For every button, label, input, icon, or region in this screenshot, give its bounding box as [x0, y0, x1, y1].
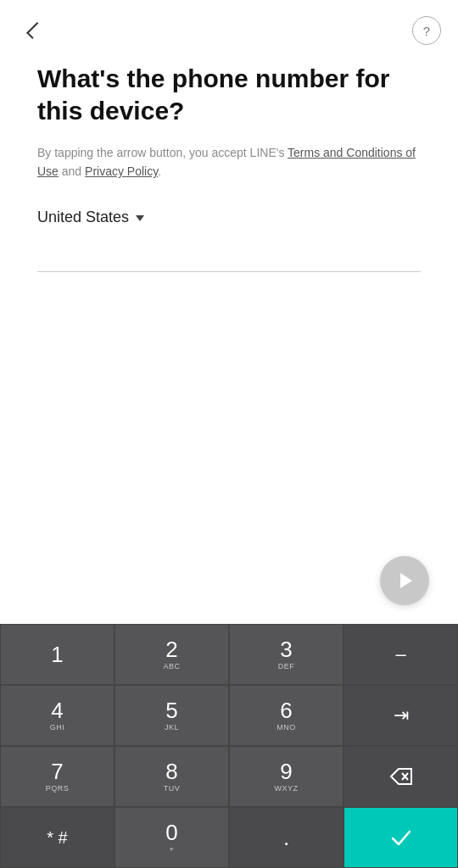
key-tab[interactable]: ⇥ — [344, 685, 458, 746]
main-content: What's the phone number for this device?… — [0, 54, 458, 272]
help-button[interactable]: ? — [412, 16, 441, 45]
key-2[interactable]: 2 ABC — [114, 624, 229, 685]
keyboard-row-2: 4 GHI 5 JKL 6 MNO ⇥ — [0, 685, 458, 746]
key-7[interactable]: 7 PQRS — [0, 746, 114, 807]
key-3[interactable]: 3 DEF — [229, 624, 344, 685]
header: ? — [0, 0, 458, 54]
checkmark-icon — [389, 826, 413, 849]
subtitle-text: By tapping the arrow button, you accept … — [37, 143, 421, 181]
next-arrow-button[interactable] — [380, 556, 429, 605]
backspace-icon — [389, 767, 413, 786]
key-star-hash[interactable]: * # — [0, 807, 114, 868]
key-dot[interactable]: . — [229, 807, 344, 868]
page-title: What's the phone number for this device? — [37, 63, 421, 126]
privacy-link[interactable]: Privacy Policy — [85, 164, 158, 178]
country-label: United States — [37, 209, 129, 226]
dropdown-arrow-icon — [136, 215, 144, 221]
keyboard: 1 2 ABC 3 DEF – 4 GHI 5 JKL 6 MNO ⇥ — [0, 624, 458, 868]
country-selector[interactable]: United States — [37, 209, 421, 226]
subtitle-prefix: By tapping the arrow button, you accept … — [37, 146, 288, 159]
key-9[interactable]: 9 WXYZ — [229, 746, 344, 807]
key-5[interactable]: 5 JKL — [114, 685, 229, 746]
keyboard-row-3: 7 PQRS 8 TUV 9 WXYZ — [0, 746, 458, 807]
help-label: ? — [423, 24, 430, 38]
back-button[interactable] — [17, 15, 47, 46]
key-1[interactable]: 1 — [0, 624, 114, 685]
subtitle-end: . — [158, 164, 161, 178]
back-chevron-icon — [26, 22, 43, 39]
arrow-right-icon — [400, 573, 412, 588]
key-minus[interactable]: – — [344, 624, 458, 685]
key-6[interactable]: 6 MNO — [229, 685, 344, 746]
key-backspace[interactable] — [344, 746, 458, 807]
key-4[interactable]: 4 GHI — [0, 685, 114, 746]
keyboard-row-1: 1 2 ABC 3 DEF – — [0, 624, 458, 685]
key-done[interactable] — [344, 807, 458, 868]
keyboard-row-4: * # 0 + . — [0, 807, 458, 868]
and-text: and — [59, 164, 85, 178]
phone-input-field[interactable] — [37, 238, 421, 272]
key-0[interactable]: 0 + — [114, 807, 229, 868]
key-8[interactable]: 8 TUV — [114, 746, 229, 807]
